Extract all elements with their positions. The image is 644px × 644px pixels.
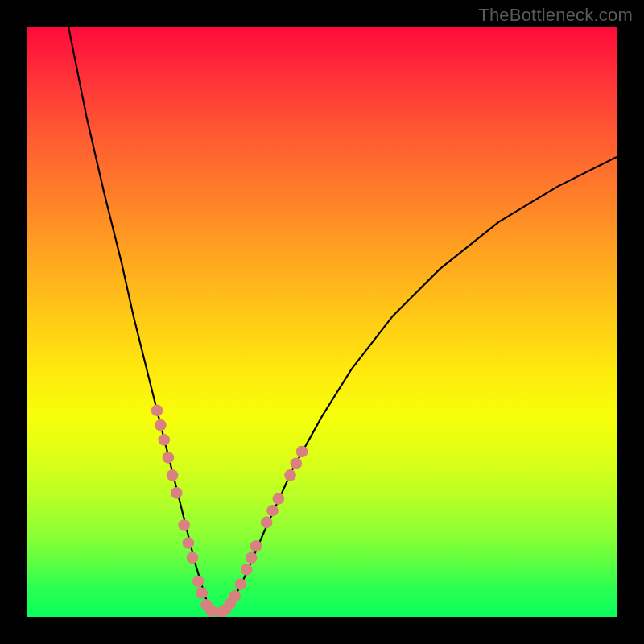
data-marker [187, 552, 199, 564]
data-marker [296, 446, 308, 458]
data-marker [235, 578, 247, 590]
data-marker [183, 537, 195, 549]
data-marker [261, 517, 273, 529]
data-marker [291, 457, 303, 469]
data-marker [178, 519, 190, 531]
data-marker [241, 564, 253, 576]
marker-cluster-right [215, 446, 308, 617]
data-marker [159, 434, 171, 446]
watermark-text: TheBottleneck.com [478, 5, 633, 26]
data-marker [246, 552, 258, 564]
data-marker [284, 469, 296, 481]
marker-cluster-left [151, 405, 217, 617]
data-marker [167, 469, 179, 481]
data-marker [229, 590, 241, 602]
data-marker [151, 405, 163, 417]
outer-frame: TheBottleneck.com [0, 0, 644, 644]
plot-area [27, 27, 617, 617]
data-marker [196, 587, 208, 599]
data-marker [163, 452, 175, 464]
data-marker [171, 487, 183, 499]
bottleneck-curve [68, 27, 617, 613]
data-marker [250, 540, 262, 552]
data-marker [266, 505, 279, 517]
data-marker [155, 419, 167, 431]
data-marker [192, 576, 204, 588]
curve-svg [27, 27, 617, 617]
data-marker [273, 493, 285, 505]
